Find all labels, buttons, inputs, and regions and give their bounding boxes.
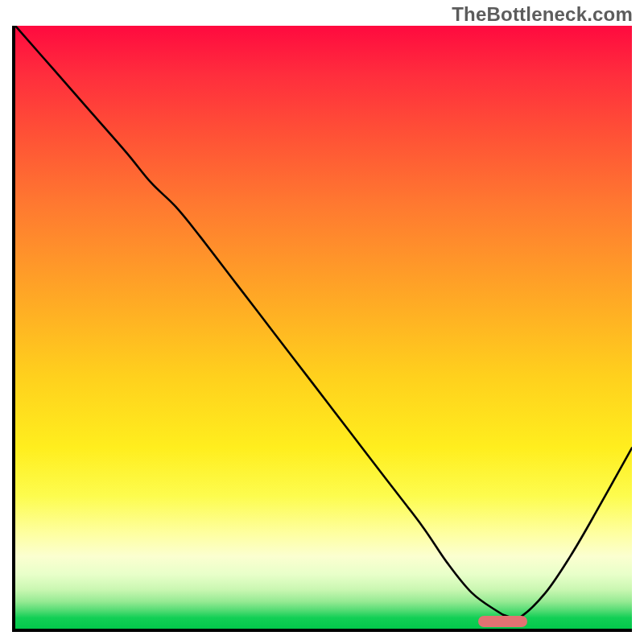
curve-layer (15, 26, 632, 629)
watermark-text: TheBottleneck.com (452, 3, 633, 26)
optimal-marker (478, 616, 527, 627)
plot-area (12, 26, 632, 632)
chart-container: TheBottleneck.com (0, 0, 644, 644)
bottleneck-curve-path (15, 26, 632, 619)
